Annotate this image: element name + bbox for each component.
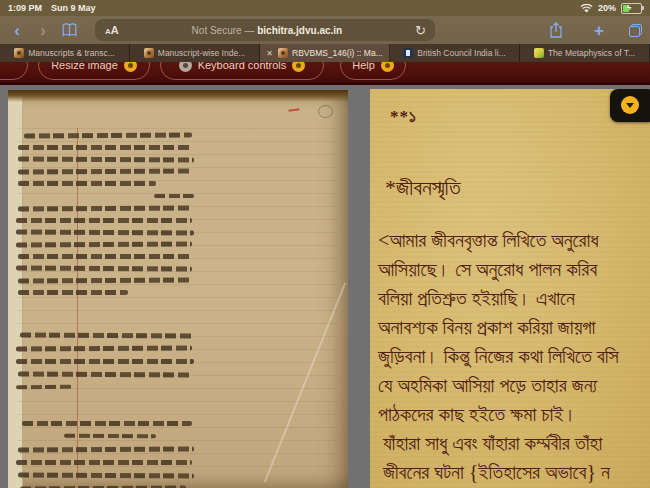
tab-overview-icon[interactable]	[629, 24, 642, 37]
back-button[interactable]: ‹	[4, 22, 30, 39]
toolbar-right-actions: +	[543, 16, 642, 44]
metaphysics-favicon	[534, 48, 544, 58]
handwriting-line	[18, 205, 192, 211]
transcription-line: জুড়িবনা। কিন্তু নিজের কথা লিখিতে বসি	[378, 345, 619, 368]
handwriting-line	[22, 421, 192, 426]
button-label: Keyboard controls	[198, 62, 287, 71]
help-badge-icon	[124, 62, 137, 72]
address-bar[interactable]: AA Not Secure — bichitra.jdvu.ac.in ↻	[95, 19, 435, 41]
help-badge-icon	[292, 62, 305, 72]
handwriting-line	[18, 277, 192, 283]
share-icon[interactable]	[543, 22, 569, 38]
bichitra-favicon	[14, 48, 24, 58]
tab-label: RBVBMS_146(i) :: Ma...	[292, 48, 383, 58]
tab-british-council[interactable]: British Council India li...	[390, 44, 520, 62]
manuscript-red-folio-mark	[287, 101, 299, 111]
date: Sun 9 May	[51, 3, 96, 13]
bichitra-favicon	[144, 48, 154, 58]
forward-button[interactable]: ›	[30, 22, 56, 39]
handwriting-line	[18, 181, 156, 186]
tab-manuscripts-transcripts[interactable]: Manuscripts & transc...	[0, 44, 130, 62]
tab-manuscript-wise-index[interactable]: Manuscript-wise Inde...	[130, 44, 260, 62]
new-tab-button[interactable]: +	[586, 22, 612, 39]
tab-rbvbms-146-active[interactable]: ✕ RBVBMS_146(i) :: Ma...	[260, 44, 390, 62]
manuscript-pencil-circle	[318, 105, 333, 118]
transcription-line: পাঠকদের কাছ হইতে ক্ষমা চাই।	[378, 403, 577, 426]
chevron-down-icon	[626, 103, 634, 108]
clipped-button-fragment[interactable]	[0, 62, 28, 80]
british-council-favicon	[403, 48, 413, 58]
handwriting-line	[16, 218, 192, 223]
bookmarks-icon[interactable]	[56, 23, 82, 37]
transcription-title: *জীবনস্মৃতি	[385, 175, 461, 201]
manuscript-scan-image[interactable]	[8, 90, 348, 488]
handwriting-line	[18, 145, 192, 150]
clock: 1:09 PM	[8, 3, 42, 13]
handwriting-line	[16, 229, 194, 235]
transcription-line: <আমার জীবনবৃত্তান্ত লিখিতে অনুরোধ	[378, 229, 599, 252]
transcription-panel[interactable]: **১ *জীবনস্মৃতি <আমার জীবনবৃত্তান্ত লিখি…	[370, 89, 650, 488]
handwriting-line	[18, 290, 128, 295]
keyboard-controls-button[interactable]: Keyboard controls	[160, 62, 324, 80]
help-button[interactable]: Help	[340, 62, 406, 80]
reload-button[interactable]: ↻	[415, 23, 435, 38]
help-badge-icon	[381, 62, 394, 72]
tab-label: The Metaphysics of T...	[548, 48, 635, 58]
tab-label: Manuscripts & transc...	[28, 48, 114, 58]
handwriting-line	[18, 371, 192, 377]
tab-label: British Council India li...	[417, 48, 505, 58]
transcription-line: যে অহমিকা আসিয়া পড়ে তাহার জন্য	[378, 374, 597, 397]
status-right: 20% ϟ	[580, 3, 642, 14]
close-tab-icon[interactable]: ✕	[266, 49, 273, 58]
transcription-line: যাঁহারা সাধু এবং যাঁহারা কর্ম্মবীর তাঁহা	[383, 432, 602, 455]
domain-label: bichitra.jdvu.ac.in	[257, 25, 342, 36]
safari-toolbar: ‹ › AA Not Secure — bichitra.jdvu.ac.in …	[0, 16, 650, 44]
status-bar: 1:09 PMSun 9 May 20% ϟ	[0, 0, 650, 16]
handwriting-line	[18, 156, 194, 162]
resize-image-button[interactable]: Resize image	[38, 62, 150, 80]
handwriting-line	[18, 254, 192, 259]
viewer-content: **১ *জীবনস্মৃতি <আমার জীবনবৃত্তান্ত লিখি…	[0, 85, 650, 488]
transcription-line: অনাবশ্যক বিনয় প্রকাশ করিয়া জায়গা	[378, 316, 595, 339]
transcription-line: বলিয়া প্রতিশ্রুত হইয়াছি। এখানে	[378, 287, 575, 310]
handwriting-line	[64, 434, 156, 439]
handwriting-line	[18, 472, 194, 478]
transcription-line: আসিয়াছে। সে অনুরোধ পালন করিব	[378, 258, 597, 281]
site-header-bar: Resize image Keyboard controls Help	[0, 62, 650, 85]
page-url: Not Secure — bichitra.jdvu.ac.in	[119, 25, 415, 36]
transcription-line: জীবনের ঘটনা {ইতিহাসের অভাবে} ন	[383, 461, 610, 484]
handwriting-line	[18, 168, 192, 174]
handwriting-line	[154, 194, 194, 198]
handwriting-line	[20, 332, 194, 338]
tab-bar: Manuscripts & transc... Manuscript-wise …	[0, 44, 650, 62]
not-secure-label: Not Secure —	[192, 25, 258, 36]
handwriting-line	[24, 132, 192, 138]
button-label: Resize image	[51, 62, 118, 71]
handwriting-line	[16, 265, 192, 271]
tab-metaphysics[interactable]: The Metaphysics of T...	[520, 44, 650, 62]
handwriting-line	[16, 385, 72, 389]
handwriting-line	[16, 460, 192, 465]
button-label: Help	[352, 62, 375, 71]
status-left: 1:09 PMSun 9 May	[8, 3, 105, 13]
charging-bolt-icon: ϟ	[627, 3, 631, 12]
battery-percent: 20%	[598, 3, 616, 13]
panel-collapse-button[interactable]	[610, 89, 650, 122]
bichitra-favicon	[278, 48, 288, 58]
wifi-icon	[580, 4, 593, 13]
handwriting-line	[16, 359, 194, 364]
manuscript-top-edge	[8, 90, 348, 102]
page-marker: **১	[390, 107, 417, 127]
tab-label: Manuscript-wise Inde...	[158, 48, 245, 58]
keyboard-icon	[179, 62, 192, 72]
battery-icon: ϟ	[621, 3, 642, 14]
reader-options-button[interactable]: AA	[95, 24, 119, 36]
